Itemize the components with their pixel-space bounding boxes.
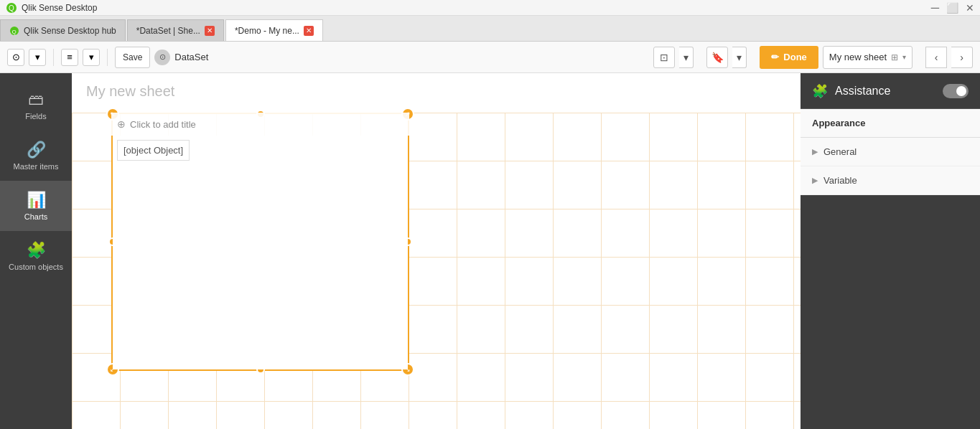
canvas-area[interactable]: My new sheet ↖ ↗ ↙ ↘ (72, 73, 801, 429)
tab-demo[interactable]: *Demo - My ne... ✕ (225, 19, 323, 41)
bookmark-chevron-icon: ▾ (737, 52, 742, 63)
toolbar: ⊙ ▾ ≡ ▾ Save ⊙ DataSet ⊡ ▾ 🔖 ▾ ✏ Done (0, 42, 980, 73)
widget-content: [object Object] (113, 136, 408, 369)
main-layout: 🗃 Fields 🔗 Master items 📊 Charts 🧩 Custo… (0, 73, 980, 429)
charts-icon: 📊 (27, 191, 46, 209)
widget-object-text: [object Object] (117, 140, 190, 161)
pencil-icon: ✏ (771, 52, 779, 62)
home-icon: ⊙ (12, 52, 20, 62)
tab-hub-label: Qlik Sense Desktop hub (24, 26, 116, 36)
bookmark-icon: 🔖 (711, 52, 724, 63)
next-sheet-btn[interactable]: › (951, 47, 973, 68)
prev-sheet-btn[interactable]: ‹ (925, 47, 947, 68)
screen-chevron-icon: ▾ (683, 52, 689, 63)
sidebar-item-master-items[interactable]: 🔗 Master items (0, 131, 72, 181)
sheet-name-box: My new sheet ⊞ ▾ (823, 46, 913, 69)
done-label: Done (783, 52, 807, 62)
right-panel-header: 🧩 Assistance (801, 73, 980, 109)
general-label: General (823, 146, 857, 157)
separator (53, 49, 54, 66)
list-dropdown[interactable]: ▾ (83, 49, 100, 66)
home-dropdown[interactable]: ▾ (29, 49, 46, 66)
dataset-icon: ⊙ (154, 50, 170, 65)
sidebar-item-charts-label: Charts (24, 212, 47, 221)
puzzle-icon: 🧩 (812, 83, 828, 99)
widget-title-bar[interactable]: ⊕ Click to add title (111, 113, 409, 136)
canvas-title: My new sheet (72, 73, 801, 105)
sidebar-item-fields-label: Fields (25, 112, 46, 121)
grid-canvas: ↖ ↗ ↙ ↘ (72, 113, 801, 429)
save-label: Save (123, 52, 142, 62)
fields-icon: 🗃 (28, 90, 44, 109)
screen-dropdown[interactable]: ▾ (679, 47, 694, 68)
tab-demo-close[interactable]: ✕ (304, 26, 314, 36)
sidebar-item-fields[interactable]: 🗃 Fields (0, 80, 72, 131)
sidebar-item-custom-objects-label: Custom objects (9, 263, 63, 271)
close-btn[interactable]: ✕ (966, 2, 974, 14)
sheet-name-chevron: ▾ (902, 53, 906, 61)
title-bar: Q Qlik Sense Desktop ─ ⬜ ✕ (0, 0, 980, 16)
svg-text:Q: Q (12, 28, 17, 34)
tab-demo-label: *Demo - My ne... (235, 26, 299, 36)
assistance-toggle[interactable] (943, 84, 969, 98)
done-button[interactable]: ✏ Done (760, 46, 818, 69)
screen-icon: ⊡ (660, 52, 668, 63)
toolbar-right: ⊡ ▾ 🔖 ▾ ✏ Done My new sheet ⊞ ▾ ‹ › (653, 46, 973, 69)
grid-icon: ⊞ (891, 52, 898, 62)
tab-dataset-label: *DataSet | She... (136, 26, 200, 36)
chevron-down-icon: ▾ (35, 52, 40, 62)
chevron-right-icon: › (960, 52, 963, 63)
tab-dataset[interactable]: *DataSet | She... ✕ (127, 19, 224, 41)
bookmark-btn[interactable]: 🔖 (706, 47, 728, 68)
master-items-icon: 🔗 (27, 141, 46, 159)
bookmark-dropdown[interactable]: ▾ (732, 47, 747, 68)
appearance-section: Appearance (801, 109, 980, 138)
sidebar: 🗃 Fields 🔗 Master items 📊 Charts 🧩 Custo… (0, 73, 72, 429)
widget-move-icon: ⊕ (117, 118, 126, 130)
custom-objects-icon: 🧩 (27, 241, 46, 260)
app-icon: Q (6, 2, 17, 14)
maximize-btn[interactable]: ⬜ (946, 2, 958, 14)
widget-container[interactable]: ↖ ↗ ↙ ↘ (111, 113, 409, 371)
right-panel-title: Assistance (835, 85, 890, 98)
list-btn[interactable]: ≡ (61, 49, 78, 66)
hub-icon: Q (9, 26, 19, 36)
sidebar-item-master-items-label: Master items (14, 162, 59, 171)
dataset-label: DataSet (174, 52, 208, 62)
right-panel: 🧩 Assistance Appearance ▶ General ▶ Vari… (801, 73, 980, 429)
title-bar-text: Qlik Sense Desktop (22, 3, 97, 13)
tab-dataset-close[interactable]: ✕ (205, 26, 215, 36)
tab-bar: Q Qlik Sense Desktop hub *DataSet | She.… (0, 16, 980, 42)
chevron-left-icon: ‹ (935, 52, 938, 63)
right-panel-general[interactable]: ▶ General (801, 138, 980, 166)
home-btn[interactable]: ⊙ (7, 49, 24, 66)
sidebar-item-custom-objects[interactable]: 🧩 Custom objects (0, 231, 72, 281)
minimize-btn[interactable]: ─ (931, 1, 939, 14)
variable-label: Variable (823, 175, 857, 186)
dataset-selector[interactable]: ⊙ DataSet (154, 50, 208, 65)
screen-btn[interactable]: ⊡ (653, 47, 675, 68)
sheet-name-text: My new sheet (829, 52, 887, 62)
list-icon: ≡ (67, 52, 73, 62)
widget-title-placeholder: Click to add title (130, 119, 196, 130)
chevron-general-icon: ▶ (812, 147, 818, 156)
right-panel-variable[interactable]: ▶ Variable (801, 166, 980, 195)
tab-hub[interactable]: Q Qlik Sense Desktop hub (0, 19, 126, 41)
save-button[interactable]: Save (115, 47, 150, 68)
sidebar-item-charts[interactable]: 📊 Charts (0, 181, 72, 231)
chevron-variable-icon: ▶ (812, 176, 818, 185)
svg-text:Q: Q (9, 4, 14, 12)
separator2 (107, 49, 108, 66)
list-chevron-icon: ▾ (89, 52, 94, 62)
